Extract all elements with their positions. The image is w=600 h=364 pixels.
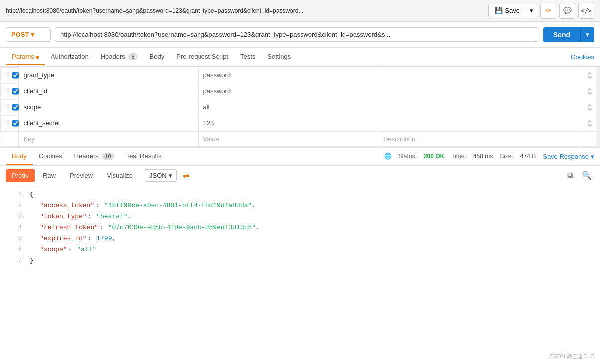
param-checkbox-2[interactable] <box>12 103 19 111</box>
json-line: 3 "token_type": "bearer", <box>0 211 600 222</box>
save-label: Save <box>505 7 520 14</box>
globe-icon: 🌐 <box>384 153 392 160</box>
json-line: 2 "access_token": "1bff90ce-a0ec-4801-bf… <box>0 200 600 211</box>
json-viewer: 1{ 2 "access_token": "1bff90ce-a0ec-4801… <box>0 185 600 271</box>
line-number: 5 <box>4 234 22 244</box>
format-label: JSON <box>149 172 167 179</box>
size-label: Size: <box>500 153 513 160</box>
status-value: 200 OK <box>424 153 444 160</box>
line-number: 7 <box>4 256 22 266</box>
request-bar: POST ▾ Send ▾ <box>0 22 600 48</box>
tab-prerequest[interactable]: Pre-request Script <box>170 49 234 65</box>
param-key-3: client_secret <box>18 115 198 132</box>
params-dot <box>36 56 39 59</box>
body-toolbar: Pretty Raw Preview Visualize JSON ▾ ⇌ ⧉ … <box>0 166 600 185</box>
time-value: 458 ms <box>473 153 493 160</box>
json-line: 7} <box>0 255 600 266</box>
status-label: Status: <box>399 153 417 160</box>
table-row: ⠿ scope all 🗑 <box>0 99 600 115</box>
param-desc-0 <box>378 67 580 83</box>
tab-tests[interactable]: Tests <box>234 49 261 65</box>
request-tabs-row: Params Authorization Headers 8 Body Pre-… <box>0 48 600 67</box>
response-tab-body[interactable]: Body <box>6 148 33 165</box>
table-row: ⠿ grant_type password 🗑 <box>0 67 600 83</box>
url-input[interactable] <box>55 27 539 42</box>
top-bar: http://localhost:8080/oauth/token?userna… <box>0 0 600 22</box>
format-arrow: ▾ <box>169 172 172 179</box>
drag-handle: ⠿ <box>6 120 10 127</box>
response-tabs-row: Body Cookies Headers 10 Test Results 🌐 S… <box>0 147 600 166</box>
top-bar-url: http://localhost:8080/oauth/token?userna… <box>6 7 488 14</box>
param-value-1: password <box>198 83 378 99</box>
param-key-0: grant_type <box>18 67 198 83</box>
method-select[interactable]: POST ▾ <box>6 27 51 42</box>
edit-button[interactable]: ✏ <box>540 3 556 19</box>
line-number: 1 <box>4 190 22 200</box>
params-table: ⠿ grant_type password 🗑 ⠿ client_id pass… <box>0 67 600 147</box>
tab-authorization[interactable]: Authorization <box>45 49 95 65</box>
response-tab-test-results[interactable]: Test Results <box>120 148 168 165</box>
response-tab-cookies[interactable]: Cookies <box>33 148 68 165</box>
param-value-0: password <box>198 67 378 83</box>
param-desc-3 <box>378 115 580 132</box>
method-label: POST <box>11 31 29 38</box>
edit-icon: ✏ <box>546 7 551 14</box>
size-value: 474 B <box>520 153 536 160</box>
json-line: 6 "scope": "all" <box>0 244 600 255</box>
drag-handle: ⠿ <box>6 104 10 111</box>
body-tab-preview[interactable]: Preview <box>64 169 99 182</box>
param-checkbox-3[interactable] <box>12 119 19 127</box>
response-headers-badge: 10 <box>102 153 114 160</box>
drag-handle: ⠿ <box>6 88 10 95</box>
line-number: 2 <box>4 201 22 211</box>
watermark: CSDN @三金C_C <box>550 353 594 360</box>
param-desc-1 <box>378 83 580 99</box>
save-button[interactable]: 💾 Save <box>489 4 526 17</box>
comment-icon: 💬 <box>563 7 572 14</box>
send-btn-group: Send ▾ <box>543 27 594 42</box>
body-tab-visualize[interactable]: Visualize <box>101 169 139 182</box>
response-meta: 🌐 Status: 200 OK Time: 458 ms Size: 474 … <box>384 153 594 160</box>
save-dropdown-arrow[interactable]: ▾ <box>526 4 537 17</box>
line-number: 6 <box>4 245 22 255</box>
body-toolbar-right: ⧉ 🔍 <box>565 169 594 182</box>
param-checkbox-0[interactable] <box>12 71 19 79</box>
key-placeholder: Key <box>24 135 35 143</box>
top-bar-actions: 💾 Save ▾ ✏ 💬 </> <box>488 3 594 19</box>
send-dropdown-arrow[interactable]: ▾ <box>580 27 594 42</box>
json-line: 1{ <box>0 189 600 200</box>
param-key-1: client_id <box>18 83 198 99</box>
tab-body[interactable]: Body <box>144 49 171 65</box>
param-value-3: 123 <box>198 115 378 132</box>
drag-handle: ⠿ <box>6 72 10 79</box>
save-btn-group: 💾 Save ▾ <box>488 4 537 17</box>
params-new-row: Key Value Description <box>0 131 600 146</box>
format-select[interactable]: JSON ▾ <box>145 169 177 182</box>
json-line: 4 "refresh_token": "07c7630e-eb5b-4fde-9… <box>0 222 600 233</box>
vertical-scrollbar[interactable] <box>596 67 600 147</box>
table-row: ⠿ client_id password 🗑 <box>0 83 600 99</box>
save-response-button[interactable]: Save Response ▾ <box>543 153 594 160</box>
value-placeholder: Value <box>203 135 219 143</box>
code-button[interactable]: </> <box>578 3 594 19</box>
body-tab-pretty[interactable]: Pretty <box>6 169 35 182</box>
tab-params[interactable]: Params <box>6 49 45 65</box>
tab-headers[interactable]: Headers 8 <box>95 49 144 65</box>
cookies-link[interactable]: Cookies <box>571 53 594 61</box>
method-arrow: ▾ <box>31 31 34 38</box>
send-button[interactable]: Send <box>543 27 580 42</box>
filter-icon[interactable]: ⇌ <box>183 171 189 180</box>
time-label: Time: <box>451 153 466 160</box>
response-tab-headers[interactable]: Headers 10 <box>68 148 120 165</box>
param-checkbox-1[interactable] <box>12 87 19 95</box>
line-number: 3 <box>4 212 22 222</box>
comment-button[interactable]: 💬 <box>559 3 575 19</box>
param-key-2: scope <box>18 99 198 115</box>
copy-button[interactable]: ⧉ <box>565 169 575 182</box>
headers-badge: 8 <box>128 53 137 60</box>
tab-settings[interactable]: Settings <box>261 49 297 65</box>
search-button[interactable]: 🔍 <box>579 169 594 182</box>
code-icon: </> <box>581 7 592 14</box>
body-tab-raw[interactable]: Raw <box>37 169 62 182</box>
params-table-wrapper: ⠿ grant_type password 🗑 ⠿ client_id pass… <box>0 67 600 147</box>
